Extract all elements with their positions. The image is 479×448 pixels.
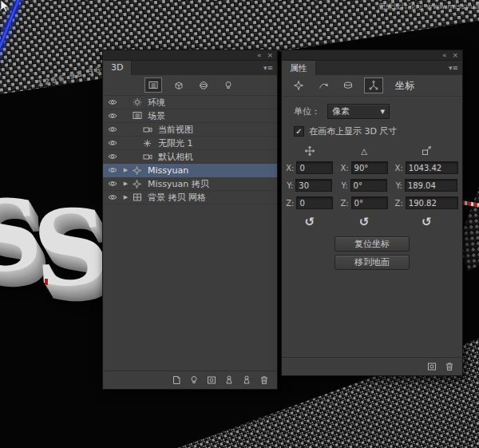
- position-x-input[interactable]: [296, 161, 333, 174]
- position-y-input[interactable]: [295, 179, 332, 192]
- visibility-eye-icon[interactable]: [108, 112, 119, 120]
- move-icon: [305, 145, 315, 157]
- disclosure-triangle-icon[interactable]: ▶: [122, 167, 129, 173]
- watermark-text: 思缘设计论坛 www.missyuan.com: [378, 2, 479, 12]
- visibility-eye-icon[interactable]: [108, 139, 119, 147]
- new-light-icon[interactable]: [189, 373, 199, 388]
- 3d-panel: « × 3D ▾≡ 环境 场景: [102, 50, 278, 390]
- item-label: 场景: [148, 110, 165, 122]
- axis-label: Y:: [287, 181, 293, 190]
- filter-material-icon[interactable]: [196, 78, 212, 92]
- visibility-eye-icon[interactable]: [108, 98, 119, 106]
- 3d-item-scene[interactable]: 场景: [103, 109, 277, 123]
- render-frame-icon[interactable]: [207, 373, 216, 388]
- properties-tabbar: 属性 ▾≡: [282, 61, 462, 75]
- disclosure-triangle-icon[interactable]: ▶: [122, 180, 129, 187]
- new-layer-icon[interactable]: [172, 373, 181, 388]
- coordinates-grid: X: Y: Z: ↺ △ X: Y: Z: ↺ X: Y: Z: ↺: [282, 145, 462, 229]
- move-to-ground-button[interactable]: 移到地面: [335, 255, 410, 270]
- 3d-item-current-view[interactable]: 当前视图: [103, 123, 277, 137]
- collapse-panel-icon[interactable]: «: [442, 50, 447, 60]
- chevron-down-icon: ▾: [380, 106, 385, 117]
- photoshop-3d-workspace: 思缘设计论坛 www.missyuan.com 1256 98 36 S S «…: [0, 0, 479, 448]
- close-panel-icon[interactable]: ×: [452, 50, 458, 60]
- 3d-letter-s-2: S: [30, 194, 113, 303]
- reset-rotation-icon[interactable]: ↺: [359, 215, 370, 229]
- close-panel-icon[interactable]: ×: [267, 50, 273, 60]
- item-label: 当前视图: [158, 124, 193, 136]
- show-3d-size-label: 在画布上显示 3D 尺寸: [309, 125, 397, 137]
- visibility-eye-icon[interactable]: [108, 125, 119, 133]
- 3d-item-infinite-light[interactable]: 无限光 1: [103, 137, 277, 150]
- unit-label: 单位：: [294, 105, 320, 117]
- properties-panel: « × 属性 ▾≡ 坐标 单位： 像素 ▾ ✓ 在画布上显示 3D 尺寸: [281, 50, 463, 376]
- coordinates-properties-icon[interactable]: [364, 77, 383, 93]
- 3d-item-missyuan[interactable]: ▶ Missyuan: [103, 164, 277, 177]
- visibility-eye-icon[interactable]: [108, 193, 119, 201]
- axis-label: Z:: [340, 199, 348, 208]
- render-frame-icon[interactable]: [427, 359, 437, 375]
- mesh-properties-icon[interactable]: [290, 78, 307, 93]
- camera-icon: [143, 125, 155, 134]
- scale-y-input[interactable]: [405, 179, 457, 192]
- position-z-input[interactable]: [296, 196, 333, 209]
- 3d-scene-tree: 环境 场景 当前视图 无限光 1: [103, 96, 277, 204]
- tab-properties[interactable]: 属性: [282, 61, 316, 75]
- unit-value: 像素: [332, 105, 350, 117]
- filter-scene-icon[interactable]: [144, 77, 162, 93]
- visibility-eye-icon[interactable]: [108, 153, 119, 161]
- 3d-item-missyuan-copy[interactable]: ▶ Missyuan 拷贝: [103, 177, 277, 191]
- 3d-item-background-copy-mesh[interactable]: ▶ 背景 拷贝 网格: [103, 191, 277, 204]
- panel-menu-icon[interactable]: ▾≡: [445, 61, 462, 75]
- scale-icon: [422, 145, 431, 157]
- visibility-eye-icon[interactable]: [108, 166, 119, 174]
- show-3d-size-checkbox[interactable]: ✓: [294, 126, 304, 137]
- axis-label: X:: [286, 164, 294, 172]
- 3d-item-default-camera[interactable]: 默认相机: [103, 150, 277, 164]
- rotation-y-input[interactable]: [350, 179, 387, 192]
- axis-label: X:: [395, 164, 403, 172]
- new-material-icon[interactable]: [242, 373, 251, 388]
- tab-3d[interactable]: 3D: [103, 61, 132, 75]
- item-label: Missyuan: [148, 165, 188, 176]
- item-label: 默认相机: [158, 151, 193, 163]
- 3d-item-environment[interactable]: 环境: [103, 96, 277, 109]
- environment-icon: [133, 97, 144, 107]
- 3d-panel-header: « ×: [103, 50, 277, 61]
- item-label: 背景 拷贝 网格: [148, 192, 206, 204]
- position-column: X: Y: Z: ↺: [286, 145, 333, 229]
- axis-label: Y:: [341, 181, 347, 190]
- scene-icon: [133, 111, 144, 121]
- reset-position-icon[interactable]: ↺: [304, 215, 315, 229]
- cap-properties-icon[interactable]: [339, 78, 357, 93]
- rotation-z-input[interactable]: [351, 196, 388, 209]
- filter-mesh-icon[interactable]: [171, 78, 187, 92]
- rotation-x-input[interactable]: [351, 161, 388, 174]
- scale-column: X: Y: Z: ↺: [395, 145, 458, 229]
- delete-trash-icon[interactable]: [259, 373, 269, 388]
- panel-menu-icon[interactable]: ▾≡: [259, 61, 277, 75]
- delete-trash-icon[interactable]: [445, 359, 454, 375]
- reset-scale-icon[interactable]: ↺: [422, 215, 432, 229]
- show-3d-size-row: ✓ 在画布上显示 3D 尺寸: [282, 119, 462, 137]
- scale-x-input[interactable]: [406, 161, 458, 174]
- collapse-panel-icon[interactable]: «: [257, 50, 262, 60]
- item-label: Missyuan 拷贝: [148, 178, 209, 190]
- new-mesh-icon[interactable]: [224, 373, 234, 388]
- unit-select[interactable]: 像素 ▾: [327, 104, 390, 119]
- filter-light-icon[interactable]: [220, 78, 236, 92]
- disclosure-triangle-icon[interactable]: ▶: [122, 194, 129, 200]
- reset-coordinates-button[interactable]: 复位坐标: [335, 236, 410, 252]
- mesh-grid-icon: [133, 192, 144, 202]
- section-title: 坐标: [395, 79, 414, 93]
- scale-z-input[interactable]: [406, 196, 458, 209]
- camera-icon: [143, 153, 155, 161]
- 3d-widget-red-marker: [45, 279, 48, 285]
- axis-label: Z:: [286, 199, 294, 208]
- axis-label: X:: [340, 164, 348, 172]
- unit-row: 单位： 像素 ▾: [282, 97, 462, 119]
- deform-properties-icon[interactable]: [315, 78, 332, 93]
- text-mesh-icon: [133, 180, 144, 188]
- properties-bottom-bar: [282, 357, 462, 375]
- visibility-eye-icon[interactable]: [108, 180, 119, 188]
